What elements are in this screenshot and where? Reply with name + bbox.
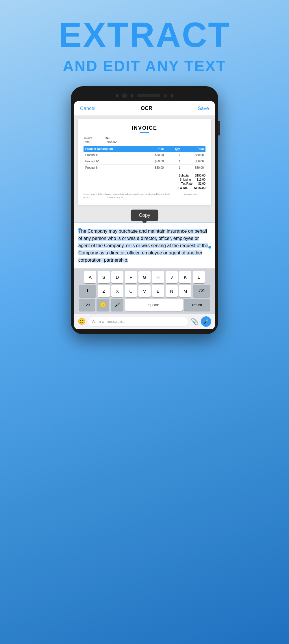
product-desc: Product II. — [84, 165, 142, 171]
product-qty: 1 — [166, 152, 182, 158]
invoice-area: INVOICE Invoice:3349 Date:01/10/2020 Pro… — [74, 116, 215, 208]
key-n[interactable]: N — [166, 285, 178, 297]
key-x[interactable]: X — [111, 285, 123, 297]
invoice-underline — [140, 132, 149, 133]
subtotal-label: Subtotal — [179, 174, 189, 177]
shipping-row: Shipping $15.00 — [179, 178, 205, 181]
key-c[interactable]: C — [125, 285, 137, 297]
subtotal-value: $150.00 — [195, 174, 205, 177]
message-emoji-icon[interactable]: 🙂 — [78, 318, 86, 325]
invoice-date-value: 01/10/2020 — [104, 140, 118, 144]
invoice-date-label: Date: — [84, 140, 98, 144]
grand-total-label: TOTAL — [178, 186, 188, 190]
invoice-title: INVOICE — [84, 125, 205, 131]
invoice-number-value: 3349 — [104, 137, 110, 140]
taxrate-row: Tax Rate $1.00 — [181, 182, 206, 185]
selection-handle-right — [208, 246, 211, 249]
delete-key[interactable]: ⌫ — [193, 285, 210, 297]
product-total: $50.00 — [182, 158, 205, 165]
message-input[interactable]: Write a message... — [88, 317, 188, 326]
phone-shell: Cancel OCR Save INVOICE Invoice:3349 Dat… — [71, 86, 218, 334]
table-row: Product II. $50.00 1 $50.00 — [84, 152, 205, 158]
invoice-totals: Subtotal $150.00 Shipping $15.00 Tax Rat… — [84, 174, 205, 190]
key-l[interactable]: L — [193, 271, 205, 283]
numbers-key[interactable]: 123 — [79, 299, 95, 311]
taxrate-value: $1.00 — [198, 182, 205, 185]
col-header-desc: Product Description — [84, 146, 142, 152]
key-z[interactable]: Z — [98, 285, 110, 297]
keyboard-row-1: A S D F G H J K L — [75, 271, 214, 283]
return-key[interactable]: return — [184, 299, 210, 311]
hero-section: EXTRACT AND EDIT ANY TEXT — [0, 0, 289, 83]
key-d[interactable]: D — [111, 271, 123, 283]
key-b[interactable]: B — [152, 285, 164, 297]
product-price: $50.00 — [142, 152, 165, 158]
shipping-label: Shipping — [179, 178, 191, 181]
grand-total-value: $166.00 — [194, 186, 205, 190]
key-g[interactable]: G — [138, 271, 151, 283]
key-f[interactable]: F — [125, 271, 137, 283]
space-key[interactable]: space — [125, 299, 183, 311]
product-total: $50.00 — [182, 152, 205, 158]
col-header-total: Total — [182, 146, 205, 152]
table-row: Product IV. $50.00 1 $50.00 — [84, 158, 205, 165]
ocr-title: OCR — [141, 105, 152, 111]
copy-tooltip-area: Copy — [74, 208, 215, 223]
ocr-header: Cancel OCR Save — [74, 101, 215, 116]
copy-button[interactable]: Copy — [131, 210, 158, 221]
phone-screen: Cancel OCR Save INVOICE Invoice:3349 Dat… — [74, 101, 215, 329]
phone-top-bar — [74, 91, 215, 101]
invoice-footer: Lorem ipsum dolor sit amet, consectetur … — [84, 192, 205, 199]
key-j[interactable]: J — [166, 271, 178, 283]
ocr-text-box[interactable]: The Company may purchase and maintain in… — [74, 223, 215, 269]
key-s[interactable]: S — [98, 271, 110, 283]
phone-sensor — [164, 94, 167, 98]
copy-tooltip-wrapper: Copy — [131, 210, 158, 221]
product-qty: 1 — [166, 165, 182, 171]
key-h[interactable]: H — [152, 271, 164, 283]
phone-dot-1 — [116, 94, 118, 97]
hero-title: EXTRACT — [0, 17, 289, 52]
attach-icon[interactable]: 📎 — [191, 318, 199, 325]
col-header-qty: Qty. — [166, 146, 182, 152]
product-price: $50.00 — [142, 158, 165, 165]
shift-key[interactable]: ⬆ — [79, 285, 96, 297]
product-desc: Product IV. — [84, 158, 142, 165]
save-button[interactable]: Save — [198, 106, 209, 111]
product-price: $50.00 — [142, 165, 165, 171]
message-bar: 🙂 Write a message... 📎 🎤 — [74, 314, 215, 329]
product-desc: Product II. — [84, 152, 142, 158]
invoice-document: INVOICE Invoice:3349 Date:01/10/2020 Pro… — [78, 119, 211, 205]
key-v[interactable]: V — [138, 285, 151, 297]
mic-key[interactable]: 🎤 — [111, 299, 123, 311]
shipping-value: $15.00 — [197, 178, 205, 181]
col-header-price: Price — [142, 146, 165, 152]
keyboard-row-3: 123 🙂 🎤 space return — [75, 299, 214, 311]
taxrate-label: Tax Rate — [181, 182, 192, 185]
ocr-text-content[interactable]: The Company may purchase and maintain in… — [78, 229, 208, 262]
phone-dot-3 — [171, 94, 173, 97]
keyboard: A S D F G H J K L ⬆ Z X C V B — [74, 269, 215, 314]
key-m[interactable]: M — [179, 285, 191, 297]
invoice-meta: Invoice:3349 Date:01/10/2020 — [84, 137, 205, 144]
invoice-table: Product Description Price Qty. Total Pro… — [84, 146, 205, 171]
grand-total-row: TOTAL $166.00 — [178, 186, 205, 190]
mic-button[interactable]: 🎤 — [201, 316, 211, 327]
keyboard-row-2: ⬆ Z X C V B N M ⌫ — [75, 285, 214, 297]
table-row: Product II. $50.00 1 $50.00 — [84, 165, 205, 171]
key-k[interactable]: K — [179, 271, 191, 283]
phone-speaker — [137, 94, 160, 97]
emoji-key[interactable]: 🙂 — [97, 299, 109, 311]
cancel-button[interactable]: Cancel — [80, 106, 95, 111]
invoice-number-label: Invoice: — [84, 137, 98, 140]
phone-dot-2 — [131, 94, 134, 97]
key-a[interactable]: A — [84, 271, 96, 283]
subtotal-row: Subtotal $150.00 — [179, 174, 205, 177]
product-total: $50.00 — [182, 165, 205, 171]
phone-mockup: Cancel OCR Save INVOICE Invoice:3349 Dat… — [0, 86, 289, 334]
phone-camera — [122, 93, 127, 98]
phone-side-button — [218, 121, 220, 135]
product-qty: 1 — [166, 158, 182, 165]
hero-subtitle: AND EDIT ANY TEXT — [0, 57, 289, 75]
